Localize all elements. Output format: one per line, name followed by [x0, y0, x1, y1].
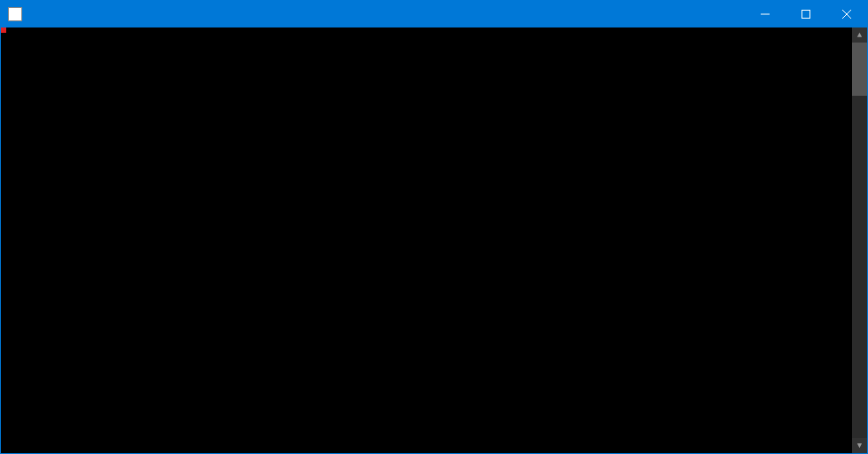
terminal-wrap: ▲ ▼	[1, 27, 867, 453]
scroll-down-button[interactable]: ▼	[852, 438, 867, 453]
titlebar[interactable]	[1, 1, 867, 27]
cmd-icon	[8, 7, 22, 21]
terminal[interactable]	[1, 27, 852, 453]
titlebar-left	[1, 7, 27, 21]
maximize-button[interactable]	[786, 1, 826, 27]
close-button[interactable]	[826, 1, 867, 27]
minimize-button[interactable]	[745, 1, 786, 27]
scrollbar[interactable]: ▲ ▼	[852, 27, 867, 453]
scroll-up-button[interactable]: ▲	[852, 27, 867, 43]
scroll-thumb[interactable]	[852, 43, 867, 96]
svg-rect-1	[802, 11, 810, 19]
window-controls	[745, 1, 867, 27]
command-prompt-window: ▲ ▼	[0, 0, 868, 454]
